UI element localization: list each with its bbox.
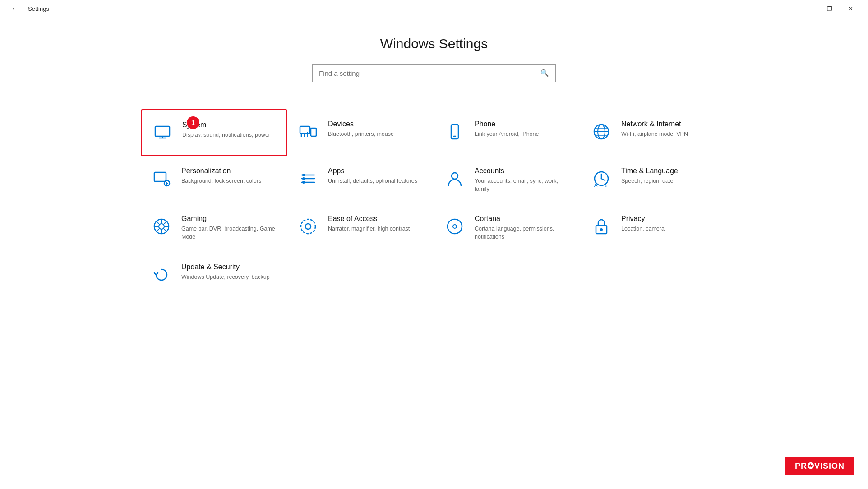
svg-point-41 (453, 225, 457, 228)
title-bar: ← Settings – ❐ ✕ (0, 0, 868, 18)
personalization-text: Personalization Background, lock screen,… (181, 167, 261, 185)
cortana-desc: Cortana language, permissions, notificat… (475, 225, 572, 241)
gaming-desc: Game bar, DVR, broadcasting, Game Mode (181, 225, 278, 241)
time-icon: A 文 (590, 167, 613, 190)
svg-point-23 (302, 177, 305, 180)
update-icon (150, 263, 173, 286)
devices-name: Devices (328, 120, 394, 128)
gaming-text: Gaming Game bar, DVR, broadcasting, Game… (181, 215, 278, 241)
window-controls: – ❐ ✕ (799, 0, 861, 18)
svg-rect-0 (155, 126, 170, 136)
setting-item-accounts[interactable]: Accounts Your accounts, email, sync, wor… (434, 156, 581, 204)
svg-rect-4 (311, 128, 316, 136)
update-name: Update & Security (181, 263, 270, 271)
back-button[interactable]: ← (7, 2, 23, 15)
setting-item-gaming[interactable]: Gaming Game bar, DVR, broadcasting, Game… (141, 204, 287, 252)
svg-text:文: 文 (604, 184, 608, 188)
svg-point-39 (305, 224, 311, 229)
gaming-icon (150, 215, 173, 238)
ease-desc: Narrator, magnifier, high contrast (328, 225, 410, 233)
ease-text: Ease of Access Narrator, magnifier, high… (328, 215, 410, 233)
setting-item-devices[interactable]: Devices Bluetooth, printers, mouse (287, 109, 434, 156)
network-icon (590, 120, 613, 143)
svg-point-33 (159, 224, 164, 229)
svg-point-24 (302, 181, 305, 184)
apps-text: Apps Uninstall, defaults, optional featu… (328, 167, 417, 185)
privacy-icon (590, 215, 613, 238)
privacy-desc: Location, camera (621, 225, 665, 233)
svg-point-43 (600, 228, 603, 231)
setting-item-system[interactable]: 1 System Display, sound, notifications, … (141, 109, 287, 156)
maximize-button[interactable]: ❐ (819, 0, 840, 18)
notification-badge: 1 (187, 116, 199, 129)
svg-point-22 (302, 174, 305, 176)
time-desc: Speech, region, date (621, 177, 678, 185)
window: ← Settings – ❐ ✕ Windows Settings 🔍 1 Sy… (0, 0, 868, 489)
main-content: Windows Settings 🔍 1 System Display, sou… (0, 18, 868, 489)
cortana-text: Cortana Cortana language, permissions, n… (475, 215, 572, 241)
personalization-name: Personalization (181, 167, 261, 175)
svg-point-38 (301, 219, 315, 234)
phone-name: Phone (475, 120, 539, 128)
window-title: Settings (28, 5, 49, 12)
ease-icon (296, 215, 320, 238)
setting-item-privacy[interactable]: Privacy Location, camera (581, 204, 727, 252)
svg-point-25 (452, 173, 458, 179)
system-desc: Display, sound, notifications, power (182, 131, 270, 139)
devices-text: Devices Bluetooth, printers, mouse (328, 120, 394, 138)
search-input[interactable] (313, 65, 534, 82)
accounts-desc: Your accounts, email, sync, work, family (475, 177, 572, 193)
setting-item-phone[interactable]: Phone Link your Android, iPhone (434, 109, 581, 156)
accounts-name: Accounts (475, 167, 572, 175)
setting-item-time[interactable]: A 文 Time & Language Speech, region, date (581, 156, 727, 204)
network-name: Network & Internet (621, 120, 688, 128)
apps-desc: Uninstall, defaults, optional features (328, 177, 417, 185)
personalization-icon (150, 167, 173, 190)
apps-name: Apps (328, 167, 417, 175)
system-icon (151, 121, 174, 144)
title-bar-left: ← Settings (7, 2, 49, 15)
svg-line-28 (601, 179, 605, 180)
time-text: Time & Language Speech, region, date (621, 167, 678, 185)
setting-item-personalization[interactable]: Personalization Background, lock screen,… (141, 156, 287, 204)
devices-desc: Bluetooth, printers, mouse (328, 130, 394, 138)
personalization-desc: Background, lock screen, colors (181, 177, 261, 185)
setting-item-network[interactable]: Network & Internet Wi-Fi, airplane mode,… (581, 109, 727, 156)
setting-item-cortana[interactable]: Cortana Cortana language, permissions, n… (434, 204, 581, 252)
apps-icon (296, 167, 320, 190)
close-button[interactable]: ✕ (840, 0, 861, 18)
provision-badge: PR✪VISION (785, 457, 854, 475)
ease-name: Ease of Access (328, 215, 410, 223)
minimize-button[interactable]: – (799, 0, 819, 18)
accounts-icon (443, 167, 466, 190)
search-bar[interactable]: 🔍 (312, 64, 556, 82)
phone-icon (443, 120, 466, 143)
time-name: Time & Language (621, 167, 678, 175)
network-text: Network & Internet Wi-Fi, airplane mode,… (621, 120, 688, 138)
phone-text: Phone Link your Android, iPhone (475, 120, 539, 138)
update-text: Update & Security Windows Update, recove… (181, 263, 270, 281)
svg-point-40 (448, 219, 462, 234)
svg-rect-3 (300, 126, 310, 134)
setting-item-update[interactable]: Update & Security Windows Update, recove… (141, 252, 287, 297)
phone-desc: Link your Android, iPhone (475, 130, 539, 138)
svg-rect-15 (154, 172, 166, 181)
cortana-icon (443, 215, 466, 238)
gaming-name: Gaming (181, 215, 278, 223)
privacy-text: Privacy Location, camera (621, 215, 665, 233)
setting-item-ease[interactable]: Ease of Access Narrator, magnifier, high… (287, 204, 434, 252)
update-desc: Windows Update, recovery, backup (181, 273, 270, 281)
cortana-name: Cortana (475, 215, 572, 223)
devices-icon (296, 120, 320, 143)
svg-text:A: A (594, 182, 598, 188)
network-desc: Wi-Fi, airplane mode, VPN (621, 130, 688, 138)
accounts-text: Accounts Your accounts, email, sync, wor… (475, 167, 572, 193)
privacy-name: Privacy (621, 215, 665, 223)
page-title: Windows Settings (27, 36, 841, 51)
search-icon: 🔍 (534, 65, 555, 82)
setting-item-apps[interactable]: Apps Uninstall, defaults, optional featu… (287, 156, 434, 204)
settings-grid: 1 System Display, sound, notifications, … (141, 109, 727, 297)
